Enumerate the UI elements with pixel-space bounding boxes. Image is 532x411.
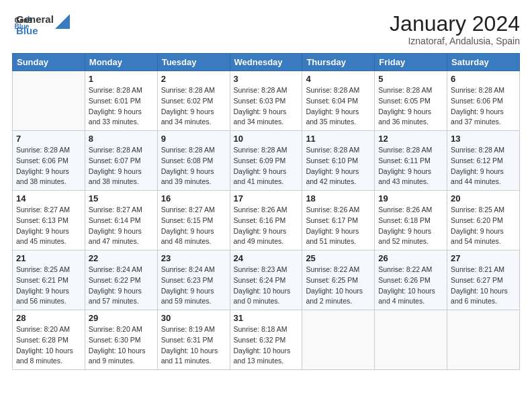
calendar-cell: 3Sunrise: 8:28 AMSunset: 6:03 PMDaylight… — [230, 71, 302, 131]
weekday-header-row: SundayMondayTuesdayWednesdayThursdayFrid… — [13, 54, 520, 71]
day-info: Sunrise: 8:24 AMSunset: 6:23 PMDaylight:… — [161, 265, 226, 307]
day-info: Sunrise: 8:28 AMSunset: 6:08 PMDaylight:… — [161, 145, 226, 187]
calendar-cell: 22Sunrise: 8:24 AMSunset: 6:22 PMDayligh… — [85, 250, 157, 310]
day-number: 21 — [16, 253, 81, 263]
calendar-cell: 10Sunrise: 8:28 AMSunset: 6:09 PMDayligh… — [230, 131, 302, 191]
day-number: 16 — [161, 193, 226, 203]
location-subtitle: Iznatoraf, Andalusia, Spain — [390, 36, 520, 46]
day-info: Sunrise: 8:28 AMSunset: 6:11 PMDaylight:… — [378, 145, 443, 187]
week-row-5: 28Sunrise: 8:20 AMSunset: 6:28 PMDayligh… — [13, 310, 520, 370]
day-info: Sunrise: 8:28 AMSunset: 6:06 PMDaylight:… — [451, 85, 516, 128]
logo-triangle-icon — [55, 14, 70, 29]
day-number: 13 — [451, 134, 516, 144]
calendar-cell: 26Sunrise: 8:22 AMSunset: 6:26 PMDayligh… — [375, 250, 447, 310]
logo-general: General — [16, 13, 54, 25]
day-info: Sunrise: 8:19 AMSunset: 6:31 PMDaylight:… — [161, 324, 226, 367]
day-number: 8 — [89, 134, 154, 144]
day-info: Sunrise: 8:28 AMSunset: 6:07 PMDaylight:… — [89, 145, 154, 187]
day-info: Sunrise: 8:25 AMSunset: 6:21 PMDaylight:… — [16, 265, 81, 307]
calendar-cell: 15Sunrise: 8:27 AMSunset: 6:14 PMDayligh… — [85, 191, 157, 250]
day-info: Sunrise: 8:24 AMSunset: 6:22 PMDaylight:… — [89, 265, 154, 307]
title-block: January 2024 Iznatoraf, Andalusia, Spain — [390, 12, 520, 46]
week-row-4: 21Sunrise: 8:25 AMSunset: 6:21 PMDayligh… — [13, 250, 520, 310]
day-info: Sunrise: 8:28 AMSunset: 6:09 PMDaylight:… — [234, 145, 299, 187]
calendar-cell: 8Sunrise: 8:28 AMSunset: 6:07 PMDaylight… — [85, 131, 157, 191]
day-info: Sunrise: 8:28 AMSunset: 6:12 PMDaylight:… — [451, 145, 516, 187]
weekday-header-saturday: Saturday — [447, 54, 520, 71]
day-number: 29 — [89, 313, 154, 323]
calendar-cell: 31Sunrise: 8:18 AMSunset: 6:32 PMDayligh… — [230, 310, 302, 370]
calendar-cell: 30Sunrise: 8:19 AMSunset: 6:31 PMDayligh… — [157, 310, 230, 370]
day-info: Sunrise: 8:21 AMSunset: 6:27 PMDaylight:… — [451, 265, 516, 307]
day-info: Sunrise: 8:28 AMSunset: 6:04 PMDaylight:… — [306, 85, 371, 128]
day-info: Sunrise: 8:18 AMSunset: 6:32 PMDaylight:… — [234, 324, 299, 367]
day-info: Sunrise: 8:27 AMSunset: 6:14 PMDaylight:… — [89, 205, 154, 247]
calendar-cell: 17Sunrise: 8:26 AMSunset: 6:16 PMDayligh… — [230, 191, 302, 250]
day-number: 7 — [16, 134, 81, 144]
weekday-header-thursday: Thursday — [302, 54, 375, 71]
day-number: 30 — [161, 313, 226, 323]
day-info: Sunrise: 8:28 AMSunset: 6:05 PMDaylight:… — [378, 85, 443, 128]
calendar-cell: 27Sunrise: 8:21 AMSunset: 6:27 PMDayligh… — [447, 250, 520, 310]
day-info: Sunrise: 8:20 AMSunset: 6:30 PMDaylight:… — [89, 324, 154, 367]
day-number: 17 — [234, 193, 299, 203]
calendar-cell: 9Sunrise: 8:28 AMSunset: 6:08 PMDaylight… — [157, 131, 230, 191]
calendar-cell: 1Sunrise: 8:28 AMSunset: 6:01 PMDaylight… — [85, 71, 157, 131]
day-number: 9 — [161, 134, 226, 144]
calendar-cell: 21Sunrise: 8:25 AMSunset: 6:21 PMDayligh… — [13, 250, 85, 310]
day-info: Sunrise: 8:25 AMSunset: 6:20 PMDaylight:… — [451, 205, 516, 247]
week-row-1: 1Sunrise: 8:28 AMSunset: 6:01 PMDaylight… — [13, 71, 520, 131]
day-number: 14 — [16, 193, 81, 203]
calendar-cell — [13, 71, 85, 131]
day-info: Sunrise: 8:23 AMSunset: 6:24 PMDaylight:… — [234, 265, 299, 307]
calendar-cell — [302, 310, 375, 370]
day-number: 2 — [161, 74, 226, 84]
day-info: Sunrise: 8:28 AMSunset: 6:01 PMDaylight:… — [89, 85, 154, 128]
svg-marker-4 — [55, 14, 70, 29]
day-number: 23 — [161, 253, 226, 263]
calendar-table: SundayMondayTuesdayWednesdayThursdayFrid… — [12, 53, 520, 370]
day-number: 12 — [378, 134, 443, 144]
day-number: 18 — [306, 193, 371, 203]
weekday-header-wednesday: Wednesday — [230, 54, 302, 71]
calendar-cell: 16Sunrise: 8:27 AMSunset: 6:15 PMDayligh… — [157, 191, 230, 250]
calendar-cell: 14Sunrise: 8:27 AMSunset: 6:13 PMDayligh… — [13, 191, 85, 250]
calendar-cell: 7Sunrise: 8:28 AMSunset: 6:06 PMDaylight… — [13, 131, 85, 191]
weekday-header-tuesday: Tuesday — [157, 54, 230, 71]
day-info: Sunrise: 8:20 AMSunset: 6:28 PMDaylight:… — [16, 324, 81, 367]
day-number: 11 — [306, 134, 371, 144]
day-info: Sunrise: 8:22 AMSunset: 6:25 PMDaylight:… — [306, 265, 371, 307]
day-info: Sunrise: 8:26 AMSunset: 6:16 PMDaylight:… — [234, 205, 299, 247]
day-number: 1 — [89, 74, 154, 84]
calendar-cell: 24Sunrise: 8:23 AMSunset: 6:24 PMDayligh… — [230, 250, 302, 310]
day-info: Sunrise: 8:28 AMSunset: 6:10 PMDaylight:… — [306, 145, 371, 187]
day-number: 6 — [451, 74, 516, 84]
day-info: Sunrise: 8:28 AMSunset: 6:03 PMDaylight:… — [234, 85, 299, 128]
day-number: 15 — [89, 193, 154, 203]
day-info: Sunrise: 8:22 AMSunset: 6:26 PMDaylight:… — [378, 265, 443, 307]
day-number: 20 — [451, 193, 516, 203]
day-info: Sunrise: 8:27 AMSunset: 6:15 PMDaylight:… — [161, 205, 226, 247]
day-number: 27 — [451, 253, 516, 263]
weekday-header-monday: Monday — [85, 54, 157, 71]
month-title: January 2024 — [390, 12, 520, 36]
day-info: Sunrise: 8:28 AMSunset: 6:02 PMDaylight:… — [161, 85, 226, 128]
logo-blue: Blue — [16, 25, 54, 36]
day-info: Sunrise: 8:26 AMSunset: 6:18 PMDaylight:… — [378, 205, 443, 247]
day-number: 3 — [234, 74, 299, 84]
weekday-header-friday: Friday — [375, 54, 447, 71]
calendar-cell: 23Sunrise: 8:24 AMSunset: 6:23 PMDayligh… — [157, 250, 230, 310]
calendar-cell: 20Sunrise: 8:25 AMSunset: 6:20 PMDayligh… — [447, 191, 520, 250]
calendar-cell: 28Sunrise: 8:20 AMSunset: 6:28 PMDayligh… — [13, 310, 85, 370]
day-number: 26 — [378, 253, 443, 263]
weekday-header-sunday: Sunday — [13, 54, 85, 71]
day-info: Sunrise: 8:28 AMSunset: 6:06 PMDaylight:… — [16, 145, 81, 187]
calendar-cell — [375, 310, 447, 370]
calendar-cell: 5Sunrise: 8:28 AMSunset: 6:05 PMDaylight… — [375, 71, 447, 131]
day-info: Sunrise: 8:27 AMSunset: 6:13 PMDaylight:… — [16, 205, 81, 247]
day-number: 24 — [234, 253, 299, 263]
calendar-cell: 2Sunrise: 8:28 AMSunset: 6:02 PMDaylight… — [157, 71, 230, 131]
logo: General Blue General Blue — [12, 12, 70, 37]
calendar-cell: 12Sunrise: 8:28 AMSunset: 6:11 PMDayligh… — [375, 131, 447, 191]
day-number: 22 — [89, 253, 154, 263]
